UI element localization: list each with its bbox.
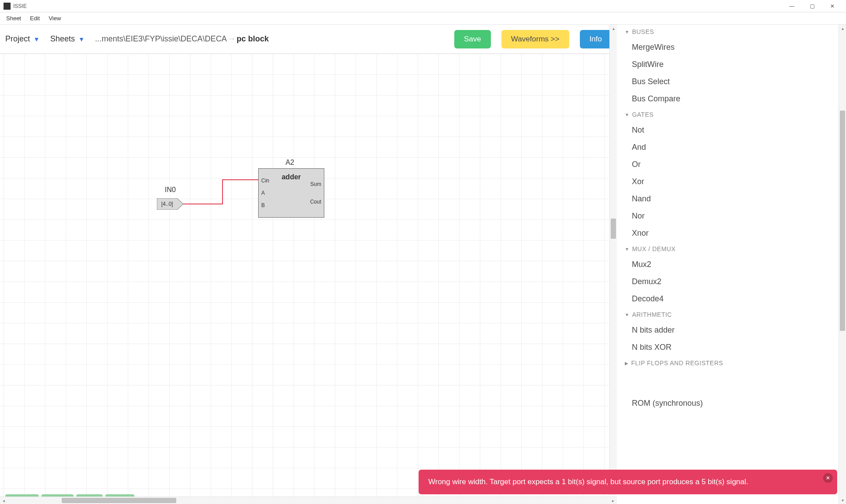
- adder-instance-name: A2: [286, 159, 294, 167]
- port-sum[interactable]: Sum: [310, 181, 321, 187]
- catalogue-item[interactable]: N bits XOR: [617, 339, 839, 356]
- port-cin[interactable]: Cin: [261, 178, 269, 184]
- scrollbar-thumb[interactable]: [62, 498, 176, 503]
- port-b[interactable]: B: [261, 202, 265, 208]
- port-cout[interactable]: Cout: [310, 199, 321, 205]
- adder-body: adder Cin A B Sum Cout: [258, 168, 324, 218]
- canvas-vertical-scrollbar[interactable]: ▴ ▾: [609, 25, 617, 495]
- category-header-gates[interactable]: ▼GATES: [617, 107, 839, 122]
- category-header-mux-demux[interactable]: ▼MUX / DEMUX: [617, 242, 839, 256]
- breadcrumb-arrow: →: [228, 34, 236, 44]
- scroll-up-icon[interactable]: ▴: [610, 25, 617, 32]
- catalogue-item[interactable]: Demux2: [617, 273, 839, 290]
- scroll-left-icon[interactable]: ◂: [0, 497, 7, 504]
- port-a[interactable]: A: [261, 190, 265, 196]
- menu-edit[interactable]: Edit: [26, 13, 44, 23]
- category-header-flip-flops-and-registers[interactable]: ▶FLIP FLOPS AND REGISTERS: [617, 356, 839, 370]
- category-title: GATES: [632, 111, 653, 118]
- catalogue-item[interactable]: SplitWire: [617, 56, 839, 73]
- titlebar: ISSIE — ▢ ✕: [0, 0, 846, 12]
- catalogue-item[interactable]: Xor: [617, 173, 839, 190]
- breadcrumb-current: pc block: [237, 34, 269, 44]
- toolbar: Project ▼ Sheets ▼ ...ments\EIE3\FYP\iss…: [0, 25, 617, 54]
- scroll-up-icon[interactable]: ▴: [839, 25, 846, 32]
- catalogue-item[interactable]: Mux2: [617, 256, 839, 273]
- sheets-dropdown[interactable]: Sheets ▼: [50, 34, 85, 44]
- error-close-button[interactable]: ✕: [823, 473, 833, 483]
- app-title: ISSIE: [13, 3, 27, 9]
- design-canvas[interactable]: IN0 [4..0] A2 adder Cin A B Sum Cout: [0, 54, 617, 504]
- triangle-right-icon: ▶: [625, 361, 629, 366]
- scrollbar-thumb[interactable]: [611, 219, 616, 239]
- category-title: ARITHMETIC: [632, 311, 672, 318]
- catalogue-item[interactable]: N bits adder: [617, 322, 839, 339]
- error-toast: Wrong wire width. Target port expects a …: [419, 470, 837, 494]
- catalogue-item[interactable]: Nor: [617, 208, 839, 225]
- category-title: MUX / DEMUX: [632, 245, 675, 252]
- breadcrumb-path: ...ments\EIE3\FYP\issie\DECA\DECA: [95, 34, 227, 44]
- triangle-down-icon: ▼: [625, 247, 629, 252]
- waveforms-button[interactable]: Waveforms >>: [501, 30, 569, 48]
- canvas-horizontal-scrollbar[interactable]: ◂ ▸: [0, 497, 617, 504]
- category-header-arithmetic[interactable]: ▼ARITHMETIC: [617, 308, 839, 322]
- error-message: Wrong wire width. Target port expects a …: [428, 478, 748, 486]
- app-icon: [4, 3, 11, 10]
- triangle-down-icon: ▼: [625, 112, 629, 117]
- triangle-down-icon: ▼: [625, 312, 629, 317]
- scroll-down-icon[interactable]: ▾: [839, 497, 846, 504]
- catalogue-sidebar: ▼BUSESMergeWiresSplitWireBus SelectBus C…: [617, 25, 846, 504]
- catalogue-item[interactable]: Decode4: [617, 290, 839, 308]
- breadcrumb: ...ments\EIE3\FYP\issie\DECA\DECA → pc b…: [95, 34, 444, 44]
- project-label: Project: [5, 34, 30, 44]
- sheets-label: Sheets: [50, 34, 75, 44]
- menu-sheet[interactable]: Sheet: [2, 13, 26, 23]
- catalogue-item[interactable]: Xnor: [617, 225, 839, 242]
- wire-error[interactable]: [0, 54, 617, 450]
- project-dropdown[interactable]: Project ▼: [5, 34, 40, 44]
- chevron-down-icon: ▼: [78, 36, 85, 43]
- window-close-button[interactable]: ✕: [822, 0, 842, 12]
- category-title: FLIP FLOPS AND REGISTERS: [631, 359, 724, 367]
- triangle-down-icon: ▼: [625, 30, 629, 34]
- catalogue-item[interactable]: Bus Compare: [617, 90, 839, 107]
- info-button[interactable]: Info: [580, 30, 612, 48]
- window-minimize-button[interactable]: —: [782, 0, 802, 12]
- catalogue-item[interactable]: Nand: [617, 190, 839, 208]
- sidebar-scrollbar[interactable]: ▴ ▾: [839, 25, 846, 504]
- catalogue-item[interactable]: MergeWires: [617, 39, 839, 56]
- catalogue-item[interactable]: Or: [617, 156, 839, 173]
- window-maximize-button[interactable]: ▢: [802, 0, 822, 12]
- catalogue-item[interactable]: Not: [617, 122, 839, 139]
- menu-view[interactable]: View: [44, 13, 65, 23]
- scroll-right-icon[interactable]: ▸: [609, 497, 617, 504]
- category-header-buses[interactable]: ▼BUSES: [617, 25, 839, 39]
- scrollbar-thumb[interactable]: [840, 111, 845, 331]
- catalogue-item[interactable]: And: [617, 139, 839, 156]
- catalogue-item[interactable]: Bus Select: [617, 73, 839, 90]
- menubar: Sheet Edit View: [0, 12, 846, 25]
- catalogue-item[interactable]: ROM (synchronous): [617, 395, 839, 412]
- chevron-down-icon: ▼: [33, 36, 40, 43]
- save-button[interactable]: Save: [454, 30, 491, 48]
- category-title: BUSES: [632, 28, 654, 35]
